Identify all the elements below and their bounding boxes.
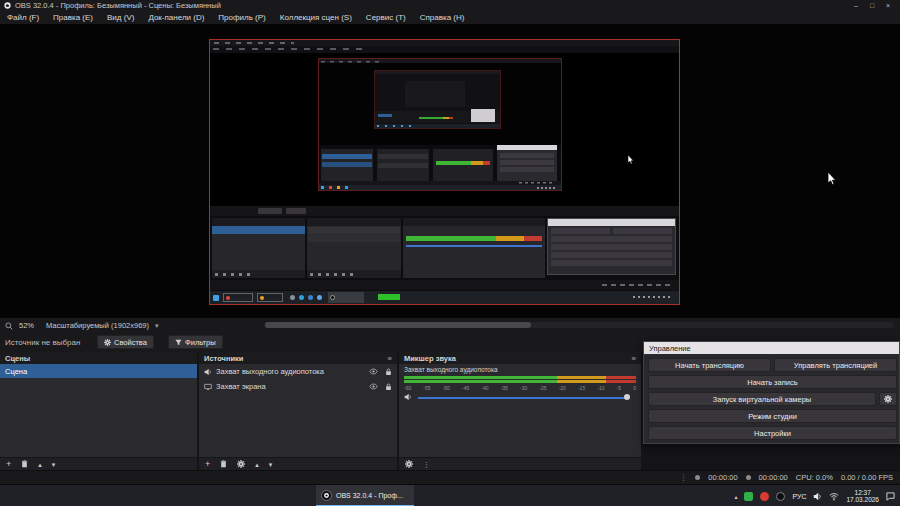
visibility-eye-icon[interactable] <box>369 368 378 375</box>
filters-button[interactable]: Фильтры <box>168 335 223 349</box>
tray-obs-icon[interactable] <box>776 492 785 501</box>
taskbar-obs-window-button[interactable]: OBS 32.0.4 - Проф... <box>316 485 414 506</box>
network-icon[interactable] <box>829 492 839 501</box>
sources-dock: Источники ≡ Захват выходного аудиопотока… <box>199 352 397 470</box>
captured-ctl-btn-a <box>551 228 610 234</box>
language-indicator[interactable]: РУС <box>792 493 806 500</box>
remove-scene-button[interactable] <box>21 460 28 468</box>
volume-meter-right <box>404 380 636 383</box>
captured-scratch-dot <box>260 296 264 300</box>
mixer-dock-menu-icon[interactable]: ≡ <box>632 354 636 363</box>
menu-view[interactable]: Вид (V) <box>100 11 141 24</box>
scene-up-button[interactable]: ▴ <box>38 458 42 471</box>
controls-dock-titlebar[interactable]: Управление <box>644 342 899 354</box>
volume-meter-left <box>404 376 636 379</box>
scene-list-item[interactable]: Сцена <box>0 364 197 378</box>
l2-meter <box>436 161 490 165</box>
l2-scene-row <box>322 154 372 159</box>
obs-window-label: OBS 32.0.4 - Проф... <box>336 492 403 499</box>
mixer-dock-header: Микшер звука ≡ <box>399 352 641 364</box>
visibility-eye-icon[interactable] <box>369 383 378 390</box>
l2-mixer-panel <box>433 149 493 181</box>
studio-mode-button[interactable]: Режим студии <box>648 409 897 423</box>
scene-down-button[interactable]: ▾ <box>52 458 56 471</box>
tray-green-app-icon[interactable] <box>744 492 753 501</box>
start-recording-button[interactable]: Начать запись <box>648 375 897 389</box>
preview-hscrollbar[interactable] <box>264 322 894 328</box>
taskbar-clock[interactable]: 12:37 17.03.2026 <box>846 489 879 504</box>
captured-screenshot-level2 <box>319 59 561 190</box>
virtual-camera-config-button[interactable] <box>879 392 897 406</box>
channel-speaker-icon[interactable] <box>404 393 412 401</box>
source-row-display[interactable]: Захват экрана <box>199 379 397 394</box>
captured-ctl-btn-b <box>613 228 672 234</box>
volume-slider[interactable] <box>418 397 627 399</box>
preview-hscrollbar-thumb[interactable] <box>265 322 531 328</box>
l3-titlebar <box>375 71 500 74</box>
menu-docks[interactable]: Док-панели (D) <box>141 11 211 24</box>
add-source-button[interactable]: + <box>205 458 210 471</box>
lock-icon[interactable] <box>385 368 392 376</box>
captured-controls-title <box>548 219 675 226</box>
maximize-button[interactable]: □ <box>864 0 880 11</box>
captured-controls-window <box>547 218 676 275</box>
manage-broadcast-button[interactable]: Управлять трансляцией <box>774 358 897 372</box>
zoom-value[interactable]: 52% <box>19 321 34 330</box>
source-up-button[interactable]: ▴ <box>255 458 259 471</box>
l2-controls-btn3 <box>500 167 554 172</box>
menu-tools[interactable]: Сервис (T) <box>359 11 413 24</box>
captured-start-icon <box>213 295 219 301</box>
menu-file[interactable]: Файл (F) <box>0 11 46 24</box>
action-center-icon[interactable] <box>886 492 895 501</box>
source-label: Захват экрана <box>216 382 266 391</box>
captured-green-indicator <box>378 294 400 300</box>
status-kebab-icon[interactable]: ⋮ <box>680 473 688 482</box>
start-streaming-button[interactable]: Начать трансляцию <box>648 358 771 372</box>
volume-icon[interactable] <box>813 492 822 501</box>
l2-controls-title <box>497 145 557 150</box>
captured-mixer-header <box>403 218 545 226</box>
captured-source-row1 <box>308 227 400 234</box>
scenes-dock: Сцены Сцена + ▴ ▾ <box>0 352 197 470</box>
l3-taskbar <box>375 124 500 128</box>
controls-title: Управление <box>649 344 691 353</box>
l2-sources-panel <box>377 149 429 181</box>
tick: -50 <box>443 385 450 391</box>
tick: -30 <box>520 385 527 391</box>
captured-menubar <box>210 46 679 53</box>
mixer-gear-button[interactable] <box>405 460 413 468</box>
source-label: Захват выходного аудиопотока <box>216 367 324 376</box>
captured-cursor-icon <box>628 155 635 165</box>
source-row-audio[interactable]: Захват выходного аудиопотока <box>199 364 397 379</box>
virtual-camera-button[interactable]: Запуск виртуальной камеры <box>648 392 876 406</box>
tick: -55 <box>423 385 430 391</box>
menu-scene-collection[interactable]: Коллекция сцен (S) <box>273 11 359 24</box>
tray-red-app-icon[interactable] <box>760 492 769 501</box>
captured-obs-dot <box>330 295 335 300</box>
add-scene-button[interactable]: + <box>6 458 11 471</box>
sources-dock-menu-icon[interactable]: ≡ <box>388 354 392 363</box>
captured-ctl-btn-c <box>551 236 672 242</box>
menu-bar: Файл (F) Правка (E) Вид (V) Док-панели (… <box>0 11 900 24</box>
close-button[interactable]: × <box>880 0 896 11</box>
menu-help[interactable]: Справка (H) <box>413 11 472 24</box>
menu-edit[interactable]: Правка (E) <box>46 11 100 24</box>
tray-expand-chevron[interactable]: ▴ <box>734 493 737 500</box>
volume-slider-handle[interactable] <box>624 394 630 400</box>
captured-sources-dock <box>307 218 401 278</box>
source-properties-gear-button[interactable] <box>237 460 245 468</box>
source-down-button[interactable]: ▾ <box>269 458 273 471</box>
minimize-button[interactable]: – <box>848 0 864 11</box>
lock-icon[interactable] <box>385 383 392 391</box>
scale-label: Масштабируемый (1902x969) <box>46 321 149 330</box>
properties-button[interactable]: Свойства <box>97 335 154 349</box>
screen-capture-source[interactable] <box>210 40 679 304</box>
remove-source-button[interactable] <box>220 460 227 468</box>
menu-profile[interactable]: Профиль (P) <box>211 11 272 24</box>
scale-caret-icon[interactable]: ▾ <box>155 322 159 330</box>
obs-logo-icon <box>4 2 11 9</box>
settings-button[interactable]: Настройки <box>648 426 897 440</box>
filters-label: Фильтры <box>185 338 216 347</box>
filter-icon <box>175 339 182 346</box>
mixer-kebab-button[interactable]: ⋮ <box>423 458 430 471</box>
